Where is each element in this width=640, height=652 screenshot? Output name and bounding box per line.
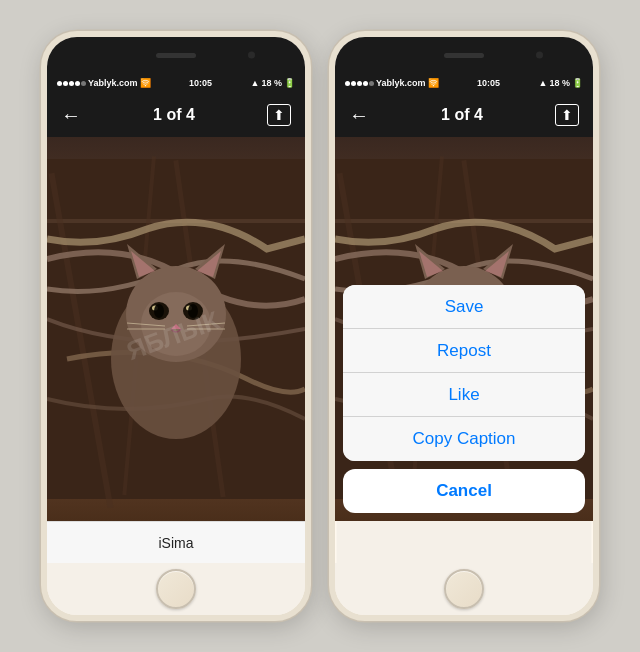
battery-percent-left: 18 %	[261, 78, 282, 88]
status-bar-right: Yablyk.com 🛜 10:05 ▲ 18 % 🔋	[335, 73, 593, 93]
cat-photo-left: ЯБЛЫК	[47, 137, 305, 521]
signal-arrow-right: ▲	[539, 78, 548, 88]
camera-dot-left	[248, 52, 255, 59]
battery-percent-right: 18 %	[549, 78, 570, 88]
wifi-icon-right: 🛜	[428, 78, 439, 88]
left-phone: Yablyk.com 🛜 10:05 ▲ 18 % 🔋 ← 1 of 4 ⬆	[41, 31, 311, 621]
battery-icon-right: 🔋	[572, 78, 583, 88]
left-phone-wrapper: Yablyk.com 🛜 10:05 ▲ 18 % 🔋 ← 1 of 4 ⬆	[41, 31, 311, 621]
action-copy-caption-button[interactable]: Copy Caption	[343, 417, 585, 461]
nav-bar-right: ← 1 of 4 ⬆	[335, 93, 593, 137]
speaker-left	[156, 53, 196, 58]
svg-point-16	[154, 304, 164, 318]
action-like-button[interactable]: Like	[343, 373, 585, 417]
time-left: 10:05	[189, 78, 212, 88]
status-bar-left: Yablyk.com 🛜 10:05 ▲ 18 % 🔋	[47, 73, 305, 93]
action-sheet: Save Repost Like Copy Caption Can	[335, 277, 593, 521]
time-right: 10:05	[477, 78, 500, 88]
speaker-right	[444, 53, 484, 58]
signal-arrow-left: ▲	[251, 78, 260, 88]
right-phone: Yablyk.com 🛜 10:05 ▲ 18 % 🔋 ← 1 of 4 ⬆	[329, 31, 599, 621]
home-button-right[interactable]	[444, 569, 484, 609]
username-left: iSima	[158, 535, 193, 551]
cat-svg-left: ЯБЛЫК	[47, 137, 305, 521]
home-button-area-right	[335, 563, 593, 615]
camera-dot-right	[536, 52, 543, 59]
home-button-left[interactable]	[156, 569, 196, 609]
signal-left	[57, 81, 86, 86]
phone-top-bar-right	[335, 37, 593, 73]
share-button-left[interactable]: ⬆	[267, 104, 291, 126]
home-button-area-left	[47, 563, 305, 615]
action-repost-button[interactable]: Repost	[343, 329, 585, 373]
carrier-right: Yablyk.com	[376, 78, 426, 88]
phone-top-bar-left	[47, 37, 305, 73]
back-button-left[interactable]: ←	[61, 105, 81, 125]
back-button-right[interactable]: ←	[349, 105, 369, 125]
wifi-icon-left: 🛜	[140, 78, 151, 88]
right-phone-wrapper: Yablyk.com 🛜 10:05 ▲ 18 % 🔋 ← 1 of 4 ⬆	[329, 31, 599, 621]
signal-right	[345, 81, 374, 86]
battery-icon-left: 🔋	[284, 78, 295, 88]
carrier-left: Yablyk.com	[88, 78, 138, 88]
action-cancel-button[interactable]: Cancel	[343, 469, 585, 513]
photo-area-right: ЯБЛЫК Save Repost Like	[335, 137, 593, 521]
photo-area-left[interactable]: ЯБЛЫК	[47, 137, 305, 521]
nav-bar-left: ← 1 of 4 ⬆	[47, 93, 305, 137]
action-sheet-group: Save Repost Like Copy Caption	[343, 285, 585, 461]
share-button-right[interactable]: ⬆	[555, 104, 579, 126]
username-bar-left: iSima	[47, 521, 305, 563]
nav-title-left: 1 of 4	[153, 106, 195, 124]
action-save-button[interactable]: Save	[343, 285, 585, 329]
nav-title-right: 1 of 4	[441, 106, 483, 124]
